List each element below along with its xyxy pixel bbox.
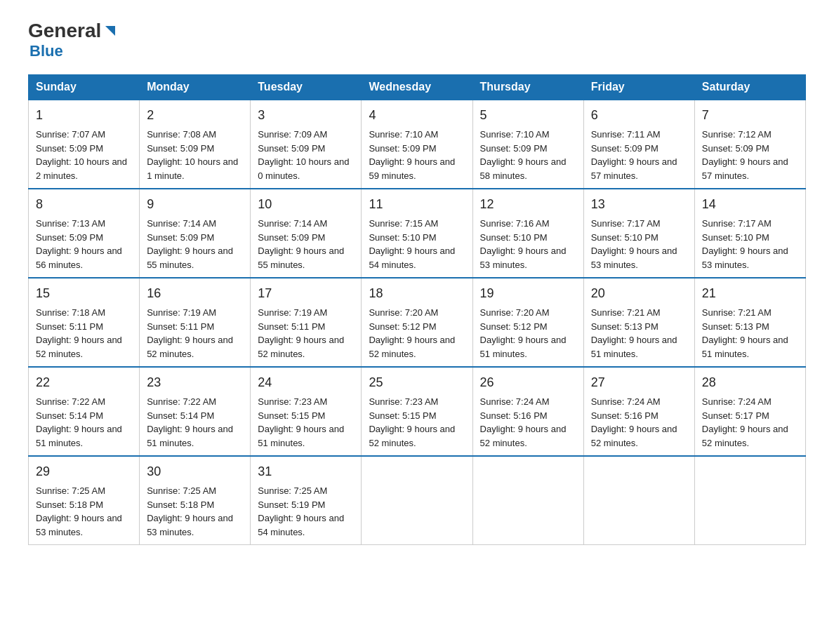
daylight-text: Daylight: 9 hours and 51 minutes. xyxy=(36,424,122,448)
sunset-text: Sunset: 5:19 PM xyxy=(258,499,325,510)
sunrise-text: Sunrise: 7:20 AM xyxy=(369,307,438,318)
sunset-text: Sunset: 5:09 PM xyxy=(258,232,325,243)
calendar-day-cell: 9Sunrise: 7:14 AMSunset: 5:09 PMDaylight… xyxy=(140,189,251,278)
calendar-day-cell: 5Sunrise: 7:10 AMSunset: 5:09 PMDaylight… xyxy=(472,100,583,189)
daylight-text: Daylight: 9 hours and 59 minutes. xyxy=(369,156,455,181)
sunrise-text: Sunrise: 7:20 AM xyxy=(480,307,550,318)
day-number: 8 xyxy=(36,195,132,214)
sunset-text: Sunset: 5:09 PM xyxy=(258,143,325,154)
daylight-text: Daylight: 9 hours and 54 minutes. xyxy=(258,513,344,537)
calendar-day-cell: 27Sunrise: 7:24 AMSunset: 5:16 PMDayligh… xyxy=(583,367,694,456)
calendar-day-cell: 1Sunrise: 7:07 AMSunset: 5:09 PMDaylight… xyxy=(29,100,140,189)
sunset-text: Sunset: 5:09 PM xyxy=(591,143,658,154)
sunset-text: Sunset: 5:13 PM xyxy=(591,321,658,332)
day-number: 6 xyxy=(591,106,687,125)
calendar-day-cell: 4Sunrise: 7:10 AMSunset: 5:09 PMDaylight… xyxy=(362,100,472,189)
sunrise-text: Sunrise: 7:17 AM xyxy=(702,218,772,229)
daylight-text: Daylight: 9 hours and 55 minutes. xyxy=(147,246,233,270)
sunset-text: Sunset: 5:16 PM xyxy=(591,410,658,421)
sunrise-text: Sunrise: 7:19 AM xyxy=(258,307,327,318)
day-number: 20 xyxy=(591,284,687,303)
day-of-week-header: Wednesday xyxy=(362,75,472,100)
daylight-text: Daylight: 9 hours and 53 minutes. xyxy=(702,246,788,270)
calendar-day-cell: 6Sunrise: 7:11 AMSunset: 5:09 PMDaylight… xyxy=(583,100,694,189)
daylight-text: Daylight: 10 hours and 1 minute. xyxy=(147,156,238,181)
calendar-day-cell: 25Sunrise: 7:23 AMSunset: 5:15 PMDayligh… xyxy=(362,367,472,456)
sunrise-text: Sunrise: 7:08 AM xyxy=(147,129,216,140)
day-number: 14 xyxy=(702,195,798,214)
sunset-text: Sunset: 5:18 PM xyxy=(147,499,214,510)
calendar-day-cell: 19Sunrise: 7:20 AMSunset: 5:12 PMDayligh… xyxy=(472,278,583,367)
daylight-text: Daylight: 9 hours and 53 minutes. xyxy=(591,246,677,270)
sunrise-text: Sunrise: 7:16 AM xyxy=(480,218,550,229)
sunset-text: Sunset: 5:10 PM xyxy=(369,232,436,243)
sunset-text: Sunset: 5:09 PM xyxy=(36,232,103,243)
calendar-day-cell: 8Sunrise: 7:13 AMSunset: 5:09 PMDaylight… xyxy=(29,189,140,278)
sunrise-text: Sunrise: 7:23 AM xyxy=(369,396,438,407)
sunset-text: Sunset: 5:10 PM xyxy=(702,232,769,243)
logo-triangle-icon xyxy=(102,23,118,39)
day-number: 26 xyxy=(480,373,576,392)
sunrise-text: Sunrise: 7:22 AM xyxy=(147,396,216,407)
daylight-text: Daylight: 9 hours and 57 minutes. xyxy=(591,156,677,181)
day-number: 31 xyxy=(258,462,354,481)
day-of-week-header: Saturday xyxy=(694,75,805,100)
daylight-text: Daylight: 9 hours and 52 minutes. xyxy=(369,424,455,448)
daylight-text: Daylight: 9 hours and 54 minutes. xyxy=(369,246,455,270)
day-number: 10 xyxy=(258,195,354,214)
calendar-day-cell: 12Sunrise: 7:16 AMSunset: 5:10 PMDayligh… xyxy=(472,189,583,278)
day-number: 1 xyxy=(36,106,132,125)
day-number: 25 xyxy=(369,373,465,392)
calendar-week-row: 15Sunrise: 7:18 AMSunset: 5:11 PMDayligh… xyxy=(29,278,806,367)
sunrise-text: Sunrise: 7:25 AM xyxy=(147,485,216,496)
calendar-day-cell: 15Sunrise: 7:18 AMSunset: 5:11 PMDayligh… xyxy=(29,278,140,367)
calendar-week-row: 8Sunrise: 7:13 AMSunset: 5:09 PMDaylight… xyxy=(29,189,806,278)
logo-blue: Blue xyxy=(29,42,63,60)
daylight-text: Daylight: 9 hours and 52 minutes. xyxy=(369,335,455,359)
calendar-day-cell: 7Sunrise: 7:12 AMSunset: 5:09 PMDaylight… xyxy=(694,100,805,189)
sunrise-text: Sunrise: 7:18 AM xyxy=(36,307,105,318)
sunrise-text: Sunrise: 7:11 AM xyxy=(591,129,661,140)
daylight-text: Daylight: 9 hours and 52 minutes. xyxy=(36,335,122,359)
sunset-text: Sunset: 5:09 PM xyxy=(480,143,548,154)
sunrise-text: Sunrise: 7:25 AM xyxy=(258,485,327,496)
calendar-day-cell xyxy=(362,456,472,545)
calendar-header-row: SundayMondayTuesdayWednesdayThursdayFrid… xyxy=(29,75,806,100)
calendar-day-cell: 17Sunrise: 7:19 AMSunset: 5:11 PMDayligh… xyxy=(251,278,362,367)
sunrise-text: Sunrise: 7:17 AM xyxy=(591,218,661,229)
sunrise-text: Sunrise: 7:19 AM xyxy=(147,307,216,318)
day-number: 5 xyxy=(480,106,576,125)
day-number: 12 xyxy=(480,195,576,214)
calendar-week-row: 22Sunrise: 7:22 AMSunset: 5:14 PMDayligh… xyxy=(29,367,806,456)
day-of-week-header: Thursday xyxy=(472,75,583,100)
calendar-day-cell: 24Sunrise: 7:23 AMSunset: 5:15 PMDayligh… xyxy=(251,367,362,456)
calendar-day-cell: 30Sunrise: 7:25 AMSunset: 5:18 PMDayligh… xyxy=(140,456,251,545)
day-number: 19 xyxy=(480,284,576,303)
daylight-text: Daylight: 9 hours and 51 minutes. xyxy=(480,335,567,359)
day-number: 16 xyxy=(147,284,243,303)
day-number: 21 xyxy=(702,284,798,303)
calendar-day-cell: 11Sunrise: 7:15 AMSunset: 5:10 PMDayligh… xyxy=(362,189,472,278)
day-number: 9 xyxy=(147,195,243,214)
daylight-text: Daylight: 9 hours and 52 minutes. xyxy=(147,335,233,359)
calendar-day-cell: 29Sunrise: 7:25 AMSunset: 5:18 PMDayligh… xyxy=(29,456,140,545)
day-number: 2 xyxy=(147,106,243,125)
daylight-text: Daylight: 9 hours and 52 minutes. xyxy=(258,335,344,359)
day-of-week-header: Tuesday xyxy=(251,75,362,100)
sunset-text: Sunset: 5:11 PM xyxy=(147,321,214,332)
calendar-day-cell: 3Sunrise: 7:09 AMSunset: 5:09 PMDaylight… xyxy=(251,100,362,189)
sunset-text: Sunset: 5:15 PM xyxy=(369,410,436,421)
daylight-text: Daylight: 9 hours and 53 minutes. xyxy=(480,246,567,270)
sunrise-text: Sunrise: 7:25 AM xyxy=(36,485,105,496)
sunset-text: Sunset: 5:10 PM xyxy=(591,232,658,243)
sunrise-text: Sunrise: 7:10 AM xyxy=(369,129,438,140)
day-number: 28 xyxy=(702,373,798,392)
sunset-text: Sunset: 5:09 PM xyxy=(147,143,214,154)
sunset-text: Sunset: 5:10 PM xyxy=(480,232,548,243)
calendar-day-cell: 28Sunrise: 7:24 AMSunset: 5:17 PMDayligh… xyxy=(694,367,805,456)
sunrise-text: Sunrise: 7:09 AM xyxy=(258,129,327,140)
daylight-text: Daylight: 9 hours and 55 minutes. xyxy=(258,246,344,270)
calendar-day-cell: 21Sunrise: 7:21 AMSunset: 5:13 PMDayligh… xyxy=(694,278,805,367)
logo: General Blue xyxy=(28,21,118,60)
daylight-text: Daylight: 9 hours and 58 minutes. xyxy=(480,156,567,181)
